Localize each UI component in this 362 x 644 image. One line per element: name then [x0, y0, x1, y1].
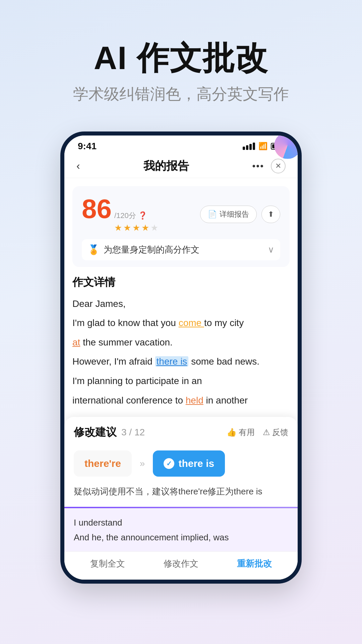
essay-line-3: at the summer vacation.: [72, 334, 290, 351]
useful-button[interactable]: 👍 有用: [227, 427, 255, 438]
bottom-extra: I understand And he, the announcement im…: [64, 508, 298, 551]
star-5: ★: [150, 223, 158, 233]
essay-line-5: I'm planning to participate in an: [72, 373, 290, 389]
status-bar: 9:41 📶: [64, 136, 298, 154]
score-number: 86: [82, 196, 112, 222]
arrow-icon: »: [140, 458, 145, 469]
thumbs-up-icon: 👍: [227, 428, 237, 437]
suggestion-header: 修改建议 3 / 12 👍 有用 ⚠ 反馈: [64, 417, 298, 445]
wifi-icon: 📶: [258, 142, 267, 151]
report-icon: 📄: [208, 210, 217, 219]
signal-icon: [243, 143, 255, 150]
phone-frame: 9:41 📶 ‹ 我的报告 ••• ✕: [60, 131, 302, 584]
more-options-button[interactable]: •••: [252, 161, 264, 171]
report-button[interactable]: 📄 详细报告: [200, 206, 257, 223]
nav-bar: ‹ 我的报告 ••• ✕: [64, 154, 298, 178]
bottom-actions: 复制全文 修改作文 重新批改: [64, 551, 298, 580]
hero-section: AI 作文批改 学术级纠错润色，高分英文写作: [0, 0, 362, 125]
tip-text: 为您量身定制的高分作文: [104, 244, 199, 256]
extra-line-1: I understand: [74, 515, 288, 530]
close-button[interactable]: ✕: [271, 159, 286, 173]
tip-arrow: ∨: [268, 245, 274, 255]
score-max: /120分 ❓: [114, 211, 158, 221]
resubmit-button[interactable]: 重新批改: [237, 558, 272, 570]
score-meta: /120分 ❓ ★ ★ ★ ★ ★: [114, 211, 158, 233]
hero-title: AI 作文批改: [20, 40, 342, 76]
explanation: 疑似动词使用不当，建议将there're修正为there is: [64, 483, 298, 507]
correction-suggested[interactable]: ✓ there is: [153, 450, 225, 477]
tip-left: 🏅 为您量身定制的高分作文: [88, 244, 199, 256]
status-time: 9:41: [78, 141, 97, 152]
edit-button[interactable]: 修改作文: [164, 558, 198, 570]
suggestion-actions: 👍 有用 ⚠ 反馈: [227, 427, 288, 438]
correction-there-is: there is: [155, 356, 189, 367]
suggestion-title-row: 修改建议 3 / 12: [74, 425, 145, 440]
check-icon: ✓: [164, 458, 174, 469]
star-2: ★: [123, 223, 131, 233]
back-button[interactable]: ‹: [76, 160, 80, 172]
correction-row: there're » ✓ there is: [64, 445, 298, 483]
correction-at: at: [72, 337, 80, 347]
nav-right: ••• ✕: [252, 159, 286, 173]
feedback-icon: ⚠: [263, 428, 270, 437]
essay-line-1: Dear James,: [72, 296, 290, 312]
score-buttons: 📄 详细报告 ⬆: [200, 206, 280, 223]
score-left: 86 /120分 ❓ ★ ★ ★ ★ ★: [82, 196, 158, 233]
status-icons: 📶: [243, 142, 284, 151]
correction-held: held: [186, 395, 203, 406]
star-3: ★: [132, 223, 140, 233]
essay-line-4: However, I'm afraid there is some bad ne…: [72, 354, 290, 370]
phone-container: 9:41 📶 ‹ 我的报告 ••• ✕: [0, 131, 362, 584]
bottom-panel: 修改建议 3 / 12 👍 有用 ⚠ 反馈: [64, 417, 298, 580]
feedback-button[interactable]: ⚠ 反馈: [263, 427, 288, 438]
share-button[interactable]: ⬆: [261, 206, 280, 223]
essay-line-6: international conference to held in anot…: [72, 392, 290, 409]
correction-come: come: [179, 318, 204, 328]
essay-text: Dear James, I'm glad to know that you co…: [72, 296, 290, 409]
correction-original: there're: [74, 450, 132, 477]
copy-button[interactable]: 复制全文: [90, 558, 125, 570]
suggestion-count: 3 / 12: [121, 427, 145, 438]
extra-line-2: And he, the announcement implied, was: [74, 530, 288, 545]
hero-subtitle: 学术级纠错润色，高分英文写作: [20, 84, 342, 105]
score-card: 86 /120分 ❓ ★ ★ ★ ★ ★ 📄: [72, 186, 290, 267]
tip-icon: 🏅: [88, 244, 100, 255]
battery-icon: [271, 143, 284, 150]
nav-title: 我的报告: [143, 158, 189, 174]
score-row: 86 /120分 ❓ ★ ★ ★ ★ ★ 📄: [82, 196, 280, 233]
essay-line-2: I'm glad to know that you come to my cit…: [72, 315, 290, 331]
suggestion-title: 修改建议: [74, 425, 117, 440]
star-4: ★: [141, 223, 149, 233]
section-title: 作文详情: [72, 275, 290, 290]
star-1: ★: [114, 223, 122, 233]
essay-section: 作文详情 Dear James, I'm glad to know that y…: [64, 267, 298, 417]
score-tip[interactable]: 🏅 为您量身定制的高分作文 ∨: [82, 239, 280, 260]
score-stars: ★ ★ ★ ★ ★: [114, 223, 158, 233]
